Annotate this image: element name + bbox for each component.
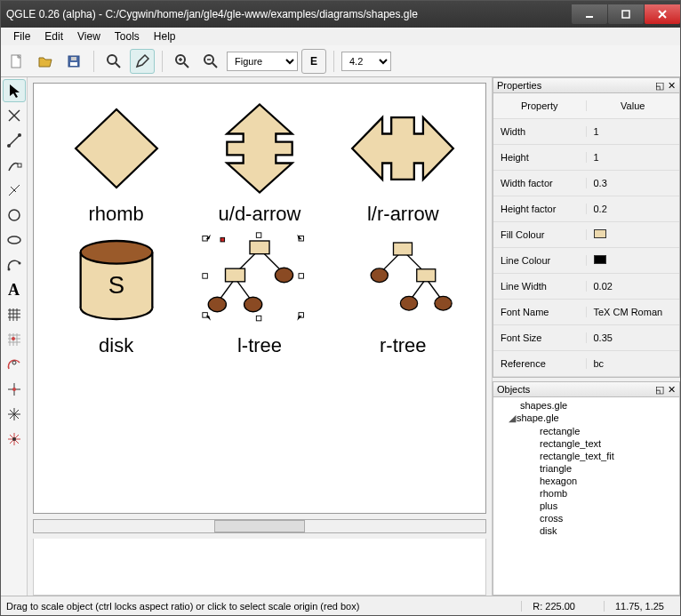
svg-rect-70: [256, 316, 261, 321]
svg-rect-1: [622, 11, 629, 18]
zoom-combo[interactable]: 4.2: [341, 52, 391, 71]
menu-edit[interactable]: Edit: [37, 28, 70, 44]
tree-item[interactable]: rhomb: [540, 487, 679, 500]
properties-title: Properties: [497, 80, 541, 91]
line-tool[interactable]: [3, 129, 26, 152]
svg-point-24: [7, 144, 11, 148]
svg-marker-20: [10, 84, 20, 98]
text-tool[interactable]: A: [3, 278, 26, 301]
svg-point-61: [275, 268, 292, 283]
e-button[interactable]: E: [301, 49, 326, 74]
svg-rect-82: [417, 269, 436, 282]
label-ltree: l-tree: [237, 334, 282, 357]
svg-point-84: [401, 296, 418, 310]
svg-point-25: [18, 133, 21, 137]
property-row[interactable]: Line Colour: [493, 248, 679, 274]
svg-line-14: [184, 63, 188, 68]
close-button[interactable]: [645, 4, 680, 24]
tree-item[interactable]: rectangle_text_fit: [540, 450, 679, 462]
perpendicular-tool[interactable]: [3, 179, 26, 202]
svg-marker-47: [76, 109, 157, 188]
snap-grid-tool[interactable]: [3, 328, 26, 351]
tree-item[interactable]: rectangle: [540, 425, 679, 437]
undock-icon[interactable]: ◱: [655, 80, 664, 92]
menu-view[interactable]: View: [70, 28, 108, 44]
menu-help[interactable]: Help: [147, 28, 183, 44]
svg-marker-12: [137, 55, 148, 67]
horizontal-scrollbar[interactable]: [33, 519, 486, 533]
new-button[interactable]: [4, 49, 29, 74]
save-button[interactable]: [61, 49, 86, 74]
edit-tool-button[interactable]: [130, 49, 155, 74]
close-panel-icon[interactable]: ✕: [668, 384, 676, 396]
tree-item[interactable]: plus: [540, 500, 679, 512]
svg-point-31: [7, 268, 10, 271]
label-rtree: r-tree: [380, 334, 427, 357]
menu-file[interactable]: File: [6, 28, 37, 44]
svg-marker-6: [39, 58, 52, 67]
properties-table: Property Value Width1Height1Width factor…: [493, 93, 680, 378]
shape-ud-arrow: [211, 100, 308, 197]
svg-line-18: [212, 63, 217, 68]
svg-rect-9: [71, 57, 76, 60]
undock-icon[interactable]: ◱: [655, 384, 664, 396]
svg-marker-49: [352, 117, 453, 180]
status-r: R: 225.00: [521, 601, 586, 612]
zoom-in-button[interactable]: [170, 49, 195, 74]
property-row[interactable]: Referencebc: [493, 351, 679, 377]
property-row[interactable]: Line Width0.02: [493, 274, 679, 300]
titlebar: QGLE 0.26 (alpha) - C:/Cygwin/home/jan/g…: [1, 1, 680, 28]
svg-rect-68: [299, 274, 304, 279]
zoom-out-button[interactable]: [198, 49, 223, 74]
disk-letter: S: [108, 271, 124, 299]
property-row[interactable]: Width1: [493, 119, 679, 145]
property-row[interactable]: Height factor0.2: [493, 196, 679, 222]
zoom-tool-button[interactable]: [101, 49, 126, 74]
pointer-tool[interactable]: [3, 79, 26, 102]
svg-point-54: [80, 241, 152, 264]
tree-item[interactable]: hexagon: [540, 475, 679, 487]
property-row[interactable]: Font NameTeX CM Roman: [493, 300, 679, 325]
figure-combo[interactable]: Figure: [227, 52, 298, 71]
tree-item[interactable]: triangle: [540, 462, 679, 475]
grid-tool[interactable]: [3, 303, 26, 326]
shape-ltree: [193, 231, 326, 329]
svg-rect-59: [250, 241, 269, 254]
ellipse-tool[interactable]: [3, 228, 26, 252]
prop-header-key: Property: [493, 100, 587, 111]
svg-rect-67: [203, 274, 208, 279]
arc-tool[interactable]: [3, 253, 26, 276]
tangent-tool[interactable]: [3, 154, 26, 177]
svg-marker-76: [297, 316, 302, 321]
canvas[interactable]: rhomb u/d-arrow l/r-arrow: [33, 83, 486, 514]
objects-tree[interactable]: shapes.gle ◢shape.gle rectanglerectangle…: [493, 397, 680, 596]
snap-star-tool[interactable]: [3, 403, 26, 426]
property-row[interactable]: Font Size0.35: [493, 325, 679, 351]
tree-item[interactable]: disk: [540, 524, 679, 537]
svg-rect-81: [394, 243, 413, 255]
cross-tool[interactable]: [3, 104, 26, 127]
status-coord: 11.75, 1.25: [604, 601, 675, 612]
property-row[interactable]: Width factor0.3: [493, 171, 679, 196]
tree-item[interactable]: rectangle_text: [540, 437, 679, 450]
menu-tools[interactable]: Tools: [108, 28, 147, 44]
property-row[interactable]: Height1: [493, 145, 679, 171]
property-row[interactable]: Fill Colour: [493, 222, 679, 248]
properties-panel-header: Properties ◱✕: [493, 77, 680, 93]
tree-item[interactable]: cross: [540, 512, 679, 524]
snap-axis-tool[interactable]: [3, 378, 26, 401]
circle-tool[interactable]: [3, 204, 26, 227]
tree-root[interactable]: shapes.gle: [520, 399, 679, 412]
tree-expanded[interactable]: ◢shape.gle: [520, 412, 679, 425]
maximize-button[interactable]: [608, 4, 644, 24]
shape-rhomb: [63, 100, 170, 197]
minimize-button[interactable]: [572, 4, 607, 24]
snap-curve-tool[interactable]: [3, 353, 26, 376]
snap-multi-tool[interactable]: [3, 428, 26, 451]
shape-disk: S: [63, 231, 170, 329]
open-button[interactable]: [33, 49, 58, 74]
svg-marker-48: [227, 105, 292, 193]
statusbar: Drag to scale object (ctrl locks aspect …: [1, 596, 680, 615]
label-lr-arrow: l/r-arrow: [367, 203, 439, 226]
close-panel-icon[interactable]: ✕: [668, 80, 676, 92]
